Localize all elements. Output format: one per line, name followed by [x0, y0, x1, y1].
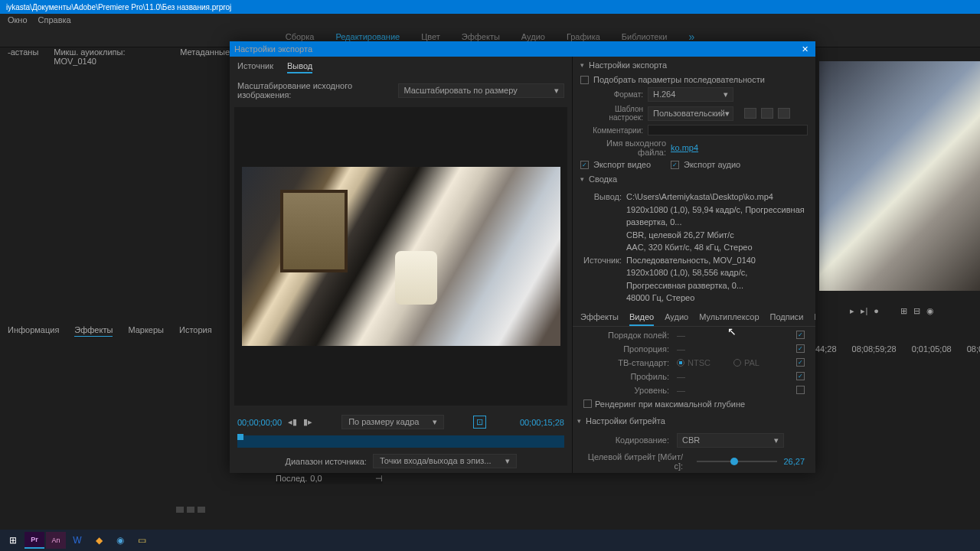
vtab-video[interactable]: Видео	[629, 312, 654, 326]
export-audio-label: Экспорт аудио	[684, 160, 740, 169]
pal-label: PAL	[744, 358, 760, 367]
aspect-lock[interactable]	[796, 344, 805, 353]
field-order-value[interactable]: —	[677, 331, 796, 340]
rec-icon[interactable]: ●	[874, 306, 879, 316]
bitrate-slider[interactable]	[697, 461, 777, 462]
export-video-label: Экспорт видео	[593, 160, 651, 169]
dialog-left-panel: Источник Вывод Масштабирование исходного…	[230, 57, 573, 473]
level-lock[interactable]	[796, 386, 805, 394]
fit-value: По размеру кадра	[348, 417, 419, 427]
vtab-effects[interactable]: Эффекты	[580, 312, 619, 326]
browser-icon[interactable]: ◉	[110, 532, 130, 549]
import-preset-icon[interactable]	[761, 108, 773, 119]
range-select[interactable]: Точки входа/выхода в эпиз... ▾	[373, 454, 517, 468]
preset-label: Шаблон настроек:	[580, 105, 643, 122]
aspect-value[interactable]: —	[677, 344, 796, 354]
word-icon[interactable]: W	[67, 532, 87, 549]
ws-graphics[interactable]: Графика	[567, 32, 600, 41]
level-label: Уровень:	[583, 386, 669, 395]
prev-frame-icon[interactable]: ◂▮	[288, 417, 297, 427]
preset-select[interactable]: Пользовательский▾	[648, 106, 733, 121]
tvstd-lock[interactable]	[796, 358, 805, 367]
preset-value: Пользовательский	[653, 109, 725, 119]
pal-radio[interactable]	[733, 359, 741, 367]
preview-image	[242, 167, 560, 346]
vtab-captions[interactable]: Подписи	[770, 312, 804, 326]
delete-preset-icon[interactable]	[778, 108, 790, 119]
vtab-audio[interactable]: Аудио	[665, 312, 688, 326]
camera-icon[interactable]: ◉	[926, 306, 934, 316]
format-label: Формат:	[580, 90, 643, 99]
export-settings-header[interactable]: ▾ Настройки экспорта	[573, 57, 815, 73]
profile-label: Профиль:	[583, 372, 669, 381]
encoding-select[interactable]: CBR▾	[677, 433, 784, 448]
program-transport[interactable]: ▸ ▸| ● ⊞ ⊟ ◉	[850, 306, 934, 316]
aspect-icon[interactable]: ⊡	[473, 416, 486, 429]
vtab-mux[interactable]: Мультиплексор	[699, 312, 759, 326]
bg-tab-meta[interactable]: Метаданные	[180, 47, 230, 66]
premiere-icon[interactable]: Pr	[24, 532, 44, 549]
bg2-history[interactable]: История	[179, 325, 212, 337]
vtab-publish[interactable]: Публикац	[814, 312, 815, 326]
menu-help[interactable]: Справка	[38, 15, 71, 24]
ws-editing[interactable]: Редактирование	[335, 32, 400, 41]
tl-btn1[interactable]: ⊞	[900, 306, 907, 316]
playhead[interactable]	[237, 434, 243, 440]
project-view-icons[interactable]	[176, 507, 205, 513]
bg2-info[interactable]: Информация	[8, 325, 59, 337]
summary-header[interactable]: ▾ Сводка	[573, 171, 815, 187]
max-depth-label: Рендеринг при максимальной глубине	[595, 399, 745, 409]
tl-seq: Послед.	[276, 474, 307, 483]
tab-output[interactable]: Вывод	[287, 61, 312, 73]
tl-btn2[interactable]: ⊟	[913, 306, 920, 316]
format-select[interactable]: H.264▾	[648, 87, 733, 102]
bg-tab-media[interactable]: Микш. ауиоклипы: MOV_0140	[54, 47, 165, 66]
fit-select[interactable]: По размеру кадра ▾	[341, 415, 444, 429]
close-icon[interactable]: ✕	[799, 43, 811, 55]
chevron-down-icon: ▾	[505, 456, 510, 466]
timecode-start[interactable]: 00;00;00;00	[237, 418, 282, 427]
bg-tab-seq[interactable]: -астаны	[8, 47, 38, 66]
explorer-icon[interactable]: ▭	[132, 532, 152, 549]
output-name-label: Имя выходного файла:	[580, 139, 666, 157]
next-frame-icon[interactable]: ▮▸	[303, 417, 312, 427]
chevron-down-icon: ▾	[774, 435, 779, 445]
slider-thumb[interactable]	[730, 458, 738, 465]
ntsc-radio[interactable]	[677, 359, 684, 367]
ws-effects[interactable]: Эффекты	[462, 32, 500, 41]
program-monitor-preview	[819, 61, 980, 291]
target-bitrate-value[interactable]: 26,27	[783, 457, 805, 466]
export-video-checkbox[interactable]	[580, 161, 589, 169]
output-name-link[interactable]: ko.mp4	[671, 143, 698, 152]
start-icon[interactable]: ⊞	[3, 532, 23, 549]
step-icon[interactable]: ▸|	[861, 306, 867, 316]
tl-mark: 0;01;05;08	[912, 344, 952, 355]
menu-window[interactable]: Окно	[8, 15, 28, 24]
ws-audio[interactable]: Аудио	[521, 32, 545, 41]
ws-assembly[interactable]: Сборка	[286, 32, 315, 41]
max-depth-checkbox[interactable]	[583, 399, 592, 408]
ws-color[interactable]: Цвет	[421, 32, 440, 41]
match-sequence-checkbox[interactable]	[580, 76, 589, 84]
export-audio-checkbox[interactable]	[671, 161, 679, 169]
bg2-markers[interactable]: Маркеры	[128, 325, 164, 337]
play-icon[interactable]: ▸	[850, 306, 854, 316]
save-preset-icon[interactable]	[744, 108, 756, 119]
profile-lock[interactable]	[796, 372, 805, 380]
menubar[interactable]: Окно Справка	[0, 14, 980, 26]
level-value[interactable]: —	[677, 386, 796, 395]
timeline-ruler[interactable]: 44;28 08;08;59;28 0;01;05;08 08;01;14;2	[815, 344, 980, 355]
profile-value[interactable]: —	[677, 372, 796, 381]
scale-select[interactable]: Масштабировать по размеру ▾	[398, 83, 564, 98]
dialog-titlebar[interactable]: Настройки экспорта ✕	[230, 41, 815, 57]
blender-icon[interactable]: ◆	[89, 532, 109, 549]
transport-bar: 00;00;00;00 ◂▮ ▮▸ По размеру кадра ▾ ⊡ 0…	[230, 410, 572, 434]
tab-source[interactable]: Источник	[237, 61, 273, 73]
comments-input[interactable]	[648, 125, 808, 135]
scrubber[interactable]	[237, 435, 564, 448]
field-order-lock[interactable]	[796, 331, 805, 339]
ws-libraries[interactable]: Библиотеки	[622, 32, 668, 41]
taskbar[interactable]: ⊞ Pr An W ◆ ◉ ▭	[0, 530, 980, 551]
bg2-effects[interactable]: Эффекты	[74, 325, 113, 337]
animate-icon[interactable]: An	[46, 532, 66, 549]
